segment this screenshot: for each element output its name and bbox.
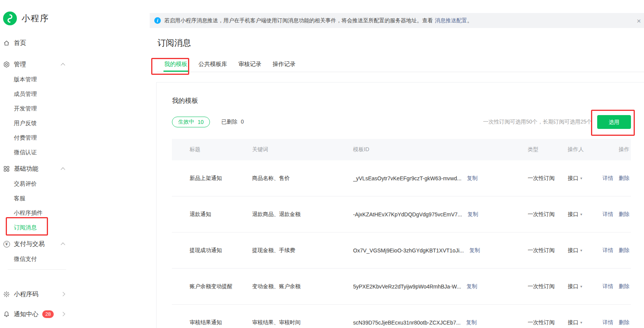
template-title: 账户余额变动提醒: [172, 283, 252, 290]
table-header-row: 标题 关键词 模板ID 类型 操作人 操作: [172, 139, 631, 160]
sidebar-item-minicode[interactable]: 小程序码: [0, 287, 150, 302]
detail-link[interactable]: 详情: [603, 247, 613, 254]
bell-icon: [3, 311, 10, 318]
template-id-cell: -AjxKZAtHEvX7KpYdDQDgVdg975vcEmV7... 复制: [353, 211, 528, 218]
chevron-up-icon: [61, 242, 65, 247]
filter-active-label: 生效中: [178, 119, 194, 125]
col-header-operator: 操作人: [568, 146, 599, 153]
template-id: _yVLsEasOytr7vKeEFgr9czT-gkW63-mvwd...: [353, 175, 461, 181]
info-banner: i 若启用小程序消息推送，用户在手机客户端使用订阅消息功能的相关事件，将会推送至…: [150, 13, 644, 28]
copy-link[interactable]: 复制: [467, 211, 478, 218]
template-id-cell: Ox7V_VGSMj9EioO-3zhGYdgKBT1XVT1oJi... 复制: [353, 247, 528, 254]
detail-link[interactable]: 详情: [603, 283, 613, 290]
template-keywords: 退款商品、退款金额: [252, 211, 353, 218]
tab-review-records[interactable]: 审核记录: [238, 58, 262, 72]
template-id: Ox7V_VGSMj9EioO-3zhGYdgKBT1XVT1oJi...: [353, 247, 464, 254]
sidebar-item-verification[interactable]: 微信认证: [0, 145, 150, 160]
table-row: 退款通知 退款商品、退款金额 -AjxKZAtHEvX7KpYdDQDgVdg9…: [172, 196, 631, 232]
sidebar-item-pay-trade[interactable]: ¥ 支付与交易: [0, 236, 150, 252]
operator-dropdown[interactable]: 接口 ▾: [568, 175, 599, 182]
banner-text-suffix: 。: [467, 17, 472, 24]
caret-down-icon: ▾: [580, 284, 582, 288]
copy-link[interactable]: 复制: [469, 247, 480, 254]
sidebar-item-label: 支付与交易: [14, 240, 45, 248]
tab-my-templates[interactable]: 我的模板: [163, 58, 188, 72]
sidebar-item-version[interactable]: 版本管理: [0, 72, 150, 87]
operator-dropdown[interactable]: 接口 ▾: [568, 283, 599, 290]
table-row: 新品上架通知 商品名称、售价 _yVLsEasOytr7vKeEFgr9czT-…: [172, 160, 631, 196]
filter-deleted-count: 0: [241, 119, 244, 125]
col-header-type: 类型: [528, 146, 568, 153]
delete-link[interactable]: 删除: [619, 211, 629, 218]
template-id-cell: _yVLsEasOytr7vKeEFgr9czT-gkW63-mvwd... 复…: [353, 175, 528, 182]
push-config-link[interactable]: 消息推送配置: [435, 17, 467, 24]
template-id-cell: scN39D75cJjeBEcxu31nr80otb-ZCXJCEb7... 复…: [353, 319, 528, 326]
miniprogram-logo-icon: [3, 12, 17, 25]
sidebar-item-basic[interactable]: 基础功能: [0, 161, 150, 176]
template-type: 一次性订阅: [528, 175, 568, 182]
yen-circle-icon: ¥: [3, 241, 10, 247]
app-logo-row: 小程序: [3, 12, 49, 25]
col-header-actions: 操作: [599, 146, 631, 153]
template-keywords: 审核结果、审核时间: [252, 319, 353, 326]
template-id: -AjxKZAtHEvX7KpYdDQDgVdg975vcEmV7...: [353, 211, 462, 218]
sidebar-item-home[interactable]: 首页: [0, 35, 150, 51]
operator-label: 接口: [568, 283, 578, 290]
delete-link[interactable]: 删除: [619, 247, 629, 254]
notification-count-badge: 28: [42, 310, 54, 318]
template-title: 提现成功通知: [172, 247, 252, 254]
copy-link[interactable]: 复制: [466, 319, 477, 326]
sidebar: 小程序 首页 管理 版本管理 成员管理 开发管理 用户反馈 付费管理 微信认证 …: [0, 0, 150, 328]
sidebar-item-payment-manage[interactable]: 付费管理: [0, 130, 150, 145]
operator-dropdown[interactable]: 接口 ▾: [568, 211, 599, 218]
detail-link[interactable]: 详情: [603, 175, 613, 182]
close-icon[interactable]: ×: [637, 17, 641, 24]
filter-active-count: 10: [198, 119, 204, 125]
chevron-right-icon: [61, 292, 65, 296]
copy-link[interactable]: 复制: [466, 283, 477, 290]
chevron-up-icon: [61, 63, 65, 67]
tab-operation-records[interactable]: 操作记录: [272, 58, 296, 72]
sidebar-item-trade-review[interactable]: 交易评价: [0, 176, 150, 191]
template-id-cell: 5yPXE2KbvVeRz2dTyijw9pWo4RmhBJa-W... 复制: [353, 283, 528, 290]
filter-deleted[interactable]: 已删除 0: [221, 119, 244, 125]
detail-link[interactable]: 详情: [603, 211, 613, 218]
sidebar-item-customer-service[interactable]: 客服: [0, 191, 150, 206]
template-title: 退款通知: [172, 211, 252, 218]
filter-deleted-label: 已删除: [221, 119, 238, 125]
app-title: 小程序: [21, 13, 49, 24]
row-actions: 详情 删除: [599, 211, 631, 218]
sidebar-nav: 首页 管理 版本管理 成员管理 开发管理 用户反馈 付费管理 微信认证 基础功能…: [0, 35, 150, 322]
sidebar-item-notifications[interactable]: 通知中心 28: [0, 307, 150, 322]
sidebar-item-wechat-pay[interactable]: 微信支付: [0, 252, 150, 266]
sidebar-item-label: 小程序码: [14, 290, 38, 298]
operator-dropdown[interactable]: 接口 ▾: [568, 247, 599, 254]
sidebar-item-subscribe-message[interactable]: 订阅消息: [0, 220, 150, 235]
sidebar-item-plugins[interactable]: 小程序插件: [0, 206, 150, 220]
page-title: 订阅消息: [157, 37, 191, 49]
delete-link[interactable]: 删除: [619, 175, 629, 182]
template-id: scN39D75cJjeBEcxu31nr80otb-ZCXJCEb7...: [353, 320, 461, 326]
sidebar-item-members[interactable]: 成员管理: [0, 87, 150, 101]
panel-heading: 我的模板: [172, 96, 631, 105]
delete-link[interactable]: 删除: [619, 319, 629, 326]
sidebar-item-manage[interactable]: 管理: [0, 57, 150, 72]
operator-label: 接口: [568, 247, 578, 254]
sidebar-item-feedback[interactable]: 用户反馈: [0, 116, 150, 130]
sidebar-item-develop[interactable]: 开发管理: [0, 101, 150, 116]
chevron-right-icon: [61, 312, 65, 316]
chevron-up-icon: [61, 167, 65, 171]
tab-public-library[interactable]: 公共模板库: [198, 58, 228, 72]
col-header-template-id: 模板ID: [353, 146, 528, 153]
copy-link[interactable]: 复制: [467, 175, 477, 182]
filter-active-pill[interactable]: 生效中 10: [172, 117, 210, 127]
detail-link[interactable]: 详情: [603, 319, 613, 326]
templates-panel: 我的模板 生效中 10 已删除 0 一次性订阅可选用50个，长期订阅可选用25个…: [156, 82, 644, 328]
operator-dropdown[interactable]: 接口 ▾: [568, 319, 599, 326]
quota-hint: 一次性订阅可选用50个，长期订阅可选用25个: [483, 119, 592, 125]
select-button[interactable]: 选用: [597, 115, 631, 129]
caret-down-icon: ▾: [580, 176, 582, 180]
sidebar-item-label: 管理: [14, 61, 26, 69]
delete-link[interactable]: 删除: [619, 283, 629, 290]
manage-icon: [3, 61, 10, 68]
